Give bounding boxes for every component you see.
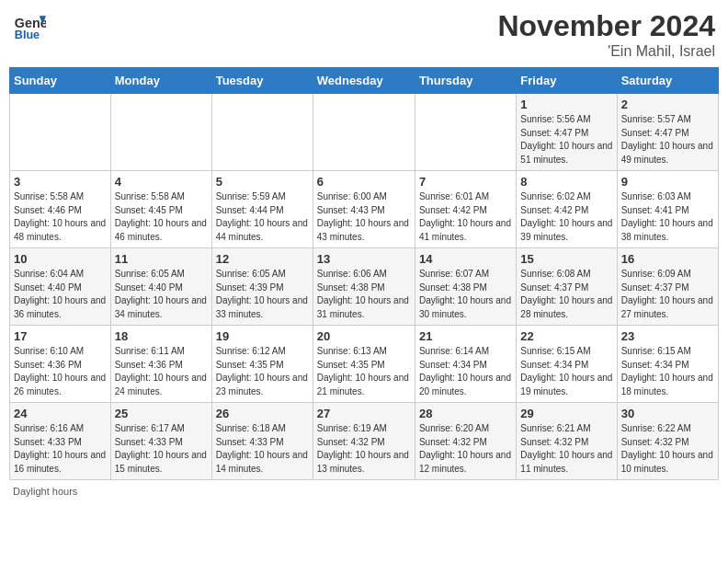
day-info: Sunrise: 5:58 AM Sunset: 4:46 PM Dayligh… — [14, 190, 107, 244]
logo: General Blue — [13, 9, 50, 42]
day-number: 2 — [621, 98, 714, 111]
day-info: Sunrise: 6:00 AM Sunset: 4:43 PM Dayligh… — [317, 190, 411, 244]
calendar-table: SundayMondayTuesdayWednesdayThursdayFrid… — [9, 67, 719, 480]
calendar-cell: 15Sunrise: 6:08 AM Sunset: 4:37 PM Dayli… — [517, 248, 617, 326]
day-number: 15 — [520, 252, 612, 266]
calendar-cell: 6Sunrise: 6:00 AM Sunset: 4:43 PM Daylig… — [313, 171, 415, 248]
day-info: Sunrise: 6:04 AM Sunset: 4:40 PM Dayligh… — [14, 268, 107, 321]
day-info: Sunrise: 6:11 AM Sunset: 4:36 PM Dayligh… — [115, 345, 208, 398]
calendar-cell: 24Sunrise: 6:16 AM Sunset: 4:33 PM Dayli… — [10, 403, 111, 480]
calendar-day-header: Tuesday — [211, 68, 313, 94]
day-number: 17 — [14, 329, 107, 343]
day-number: 16 — [621, 252, 714, 266]
calendar-cell: 14Sunrise: 6:07 AM Sunset: 4:38 PM Dayli… — [415, 248, 516, 326]
calendar-cell: 9Sunrise: 6:03 AM Sunset: 4:41 PM Daylig… — [617, 171, 718, 248]
calendar-cell: 17Sunrise: 6:10 AM Sunset: 4:36 PM Dayli… — [10, 326, 111, 403]
day-info: Sunrise: 5:58 AM Sunset: 4:45 PM Dayligh… — [115, 190, 208, 244]
day-number: 28 — [419, 407, 512, 420]
day-number: 8 — [520, 175, 612, 189]
calendar-cell: 10Sunrise: 6:04 AM Sunset: 4:40 PM Dayli… — [10, 248, 111, 326]
day-number: 9 — [621, 175, 714, 189]
day-info: Sunrise: 6:03 AM Sunset: 4:41 PM Dayligh… — [621, 190, 714, 244]
month-title: November 2024 — [497, 9, 715, 43]
location-title: 'Ein Mahil, Israel — [497, 43, 715, 60]
day-info: Sunrise: 6:15 AM Sunset: 4:34 PM Dayligh… — [621, 345, 714, 398]
calendar-cell: 26Sunrise: 6:18 AM Sunset: 4:33 PM Dayli… — [211, 403, 313, 480]
calendar-cell — [110, 94, 211, 171]
day-info: Sunrise: 6:14 AM Sunset: 4:34 PM Dayligh… — [419, 345, 512, 398]
day-info: Sunrise: 6:21 AM Sunset: 4:32 PM Dayligh… — [520, 422, 612, 476]
calendar-cell: 19Sunrise: 6:12 AM Sunset: 4:35 PM Dayli… — [211, 326, 313, 403]
calendar-cell: 3Sunrise: 5:58 AM Sunset: 4:46 PM Daylig… — [10, 171, 111, 248]
calendar-day-header: Friday — [517, 68, 617, 94]
calendar-cell — [10, 94, 111, 171]
day-info: Sunrise: 6:05 AM Sunset: 4:39 PM Dayligh… — [216, 268, 309, 321]
calendar-cell: 1Sunrise: 5:56 AM Sunset: 4:47 PM Daylig… — [517, 94, 617, 171]
day-number: 24 — [14, 407, 107, 420]
page-header: General Blue November 2024 'Ein Mahil, I… — [9, 9, 719, 60]
day-info: Sunrise: 6:19 AM Sunset: 4:32 PM Dayligh… — [317, 422, 411, 476]
svg-text:Blue: Blue — [15, 29, 40, 41]
footer-note: Daylight hours — [9, 486, 719, 497]
calendar-cell: 7Sunrise: 6:01 AM Sunset: 4:42 PM Daylig… — [415, 171, 516, 248]
calendar-cell: 25Sunrise: 6:17 AM Sunset: 4:33 PM Dayli… — [110, 403, 211, 480]
calendar-cell: 11Sunrise: 6:05 AM Sunset: 4:40 PM Dayli… — [110, 248, 211, 326]
calendar-cell: 13Sunrise: 6:06 AM Sunset: 4:38 PM Dayli… — [313, 248, 415, 326]
calendar-cell: 2Sunrise: 5:57 AM Sunset: 4:47 PM Daylig… — [617, 94, 718, 171]
day-number: 11 — [115, 252, 208, 266]
calendar-week-row: 3Sunrise: 5:58 AM Sunset: 4:46 PM Daylig… — [10, 171, 719, 248]
day-number: 20 — [317, 329, 411, 343]
title-block: November 2024 'Ein Mahil, Israel — [497, 9, 715, 60]
day-info: Sunrise: 6:20 AM Sunset: 4:32 PM Dayligh… — [419, 422, 512, 476]
calendar-cell: 27Sunrise: 6:19 AM Sunset: 4:32 PM Dayli… — [313, 403, 415, 480]
calendar-cell: 12Sunrise: 6:05 AM Sunset: 4:39 PM Dayli… — [211, 248, 313, 326]
day-number: 25 — [115, 407, 208, 420]
day-info: Sunrise: 6:07 AM Sunset: 4:38 PM Dayligh… — [419, 268, 512, 321]
day-number: 18 — [115, 329, 208, 343]
day-info: Sunrise: 6:05 AM Sunset: 4:40 PM Dayligh… — [115, 268, 208, 321]
calendar-day-header: Thursday — [415, 68, 516, 94]
calendar-cell: 18Sunrise: 6:11 AM Sunset: 4:36 PM Dayli… — [110, 326, 211, 403]
calendar-day-header: Sunday — [10, 68, 111, 94]
day-number: 7 — [419, 175, 512, 189]
calendar-cell: 23Sunrise: 6:15 AM Sunset: 4:34 PM Dayli… — [617, 326, 718, 403]
day-number: 29 — [520, 407, 612, 420]
calendar-body: 1Sunrise: 5:56 AM Sunset: 4:47 PM Daylig… — [10, 94, 719, 480]
calendar-cell: 29Sunrise: 6:21 AM Sunset: 4:32 PM Dayli… — [517, 403, 617, 480]
calendar-day-header: Saturday — [617, 68, 718, 94]
day-number: 13 — [317, 252, 411, 266]
day-info: Sunrise: 6:02 AM Sunset: 4:42 PM Dayligh… — [520, 190, 612, 244]
day-info: Sunrise: 6:17 AM Sunset: 4:33 PM Dayligh… — [115, 422, 208, 476]
day-number: 30 — [621, 407, 714, 420]
calendar-cell: 30Sunrise: 6:22 AM Sunset: 4:32 PM Dayli… — [617, 403, 718, 480]
day-number: 3 — [14, 175, 107, 189]
day-info: Sunrise: 5:56 AM Sunset: 4:47 PM Dayligh… — [520, 113, 612, 167]
day-info: Sunrise: 6:15 AM Sunset: 4:34 PM Dayligh… — [520, 345, 612, 398]
calendar-cell: 20Sunrise: 6:13 AM Sunset: 4:35 PM Dayli… — [313, 326, 415, 403]
calendar-header-row: SundayMondayTuesdayWednesdayThursdayFrid… — [10, 68, 719, 94]
day-info: Sunrise: 6:16 AM Sunset: 4:33 PM Dayligh… — [14, 422, 107, 476]
calendar-week-row: 17Sunrise: 6:10 AM Sunset: 4:36 PM Dayli… — [10, 326, 719, 403]
calendar-cell: 5Sunrise: 5:59 AM Sunset: 4:44 PM Daylig… — [211, 171, 313, 248]
day-number: 14 — [419, 252, 512, 266]
calendar-cell: 8Sunrise: 6:02 AM Sunset: 4:42 PM Daylig… — [517, 171, 617, 248]
day-info: Sunrise: 6:06 AM Sunset: 4:38 PM Dayligh… — [317, 268, 411, 321]
day-number: 5 — [216, 175, 309, 189]
day-number: 26 — [216, 407, 309, 420]
day-number: 12 — [216, 252, 309, 266]
calendar-day-header: Wednesday — [313, 68, 415, 94]
day-info: Sunrise: 5:57 AM Sunset: 4:47 PM Dayligh… — [621, 113, 714, 167]
day-info: Sunrise: 6:01 AM Sunset: 4:42 PM Dayligh… — [419, 190, 512, 244]
day-number: 27 — [317, 407, 411, 420]
calendar-cell — [415, 94, 516, 171]
day-info: Sunrise: 6:18 AM Sunset: 4:33 PM Dayligh… — [216, 422, 309, 476]
calendar-cell: 4Sunrise: 5:58 AM Sunset: 4:45 PM Daylig… — [110, 171, 211, 248]
calendar-cell — [211, 94, 313, 171]
day-number: 4 — [115, 175, 208, 189]
day-info: Sunrise: 6:09 AM Sunset: 4:37 PM Dayligh… — [621, 268, 714, 321]
day-info: Sunrise: 6:13 AM Sunset: 4:35 PM Dayligh… — [317, 345, 411, 398]
calendar-week-row: 24Sunrise: 6:16 AM Sunset: 4:33 PM Dayli… — [10, 403, 719, 480]
day-info: Sunrise: 6:12 AM Sunset: 4:35 PM Dayligh… — [216, 345, 309, 398]
day-info: Sunrise: 6:08 AM Sunset: 4:37 PM Dayligh… — [520, 268, 612, 321]
calendar-cell: 21Sunrise: 6:14 AM Sunset: 4:34 PM Dayli… — [415, 326, 516, 403]
